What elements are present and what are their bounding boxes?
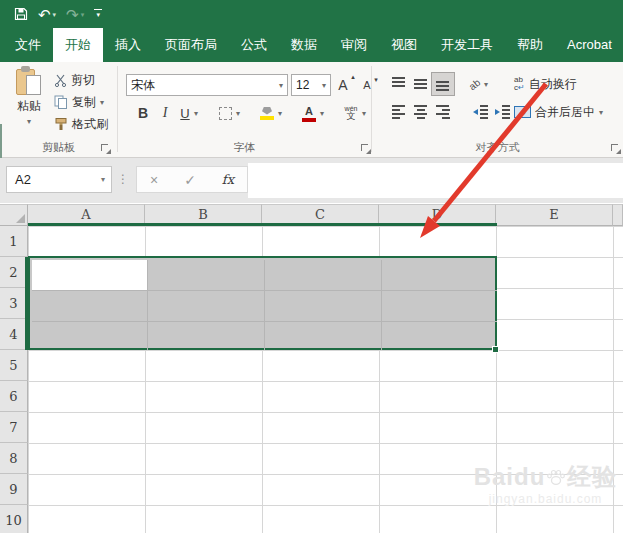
tab-view[interactable]: 视图 (379, 28, 429, 62)
name-box-caret-icon[interactable]: ▾ (101, 175, 105, 184)
row-header-2[interactable]: 2 (0, 257, 28, 288)
top-align-button[interactable] (388, 73, 410, 95)
format-painter-button[interactable]: 格式刷 (54, 114, 108, 134)
row-header-1[interactable]: 1 (0, 226, 28, 257)
paw-icon (546, 467, 566, 487)
wrap-text-button[interactable]: ab c↵ 自动换行 (514, 74, 577, 94)
tab-data[interactable]: 数据 (279, 28, 329, 62)
row-header-6[interactable]: 6 (0, 381, 28, 412)
font-group: 宋体 ▾ 12 ▾ A A B I U ▾ ▾ ▾ A (118, 62, 371, 158)
font-name-caret-icon[interactable]: ▾ (279, 81, 283, 90)
borders-button[interactable] (214, 102, 236, 124)
active-cell-a2[interactable] (32, 260, 147, 290)
copy-button[interactable]: 复制 ▾ (54, 92, 104, 112)
copy-caret-icon[interactable]: ▾ (100, 98, 104, 107)
orientation-caret-icon[interactable]: ▾ (484, 80, 488, 89)
phonetic-icon: wén 文 (345, 105, 358, 121)
column-header-partial[interactable] (613, 204, 623, 226)
paste-caret-icon[interactable]: ▾ (27, 117, 31, 126)
merge-center-label: 合并后居中 (535, 104, 595, 121)
underline-button[interactable]: U (174, 102, 196, 124)
clipboard-group: 粘贴 ▾ 剪切 复制 ▾ (0, 62, 117, 158)
enter-icon[interactable]: ✓ (184, 172, 196, 188)
column-header-e[interactable]: E (496, 204, 613, 226)
copy-label: 复制 (72, 94, 96, 111)
increase-indent-button[interactable] (492, 101, 514, 123)
font-group-label: 字体 (118, 140, 371, 155)
insert-function-icon[interactable]: fx (222, 172, 234, 187)
tab-insert[interactable]: 插入 (103, 28, 153, 62)
orientation-icon: ab (467, 76, 483, 92)
alignment-dialog-launcher-icon[interactable] (611, 144, 621, 154)
selection-range-a2-d4[interactable] (28, 256, 497, 350)
font-color-icon: A (302, 105, 316, 122)
font-dialog-launcher-icon[interactable] (361, 144, 371, 154)
font-color-button[interactable]: A (298, 102, 320, 124)
tab-developer[interactable]: 开发工具 (429, 28, 505, 62)
clipboard-dialog-launcher-icon[interactable] (101, 144, 111, 154)
merge-center-button[interactable]: ↔ 合并后居中 ▾ (514, 102, 603, 122)
undo-button[interactable]: ↶ ▾ (38, 7, 56, 22)
font-size-caret-icon[interactable]: ▾ (322, 81, 326, 90)
redo-button[interactable]: ↷ ▾ (66, 7, 84, 22)
row-header-8[interactable]: 8 (0, 443, 28, 474)
decrease-font-icon: A (363, 79, 370, 91)
increase-font-button[interactable]: A (332, 74, 354, 96)
align-right-button[interactable] (432, 101, 454, 123)
name-box-value: A2 (15, 172, 31, 187)
merge-center-caret-icon[interactable]: ▾ (599, 108, 603, 117)
bold-button[interactable]: B (132, 102, 154, 124)
select-all-button[interactable] (0, 204, 28, 226)
fill-color-button[interactable] (256, 102, 278, 124)
row-header-7[interactable]: 7 (0, 412, 28, 443)
phonetic-button[interactable]: wén 文 (340, 102, 362, 124)
align-left-button[interactable] (388, 101, 410, 123)
row-header-4[interactable]: 4 (0, 319, 28, 350)
italic-button[interactable]: I (154, 102, 176, 124)
font-size-value: 12 (296, 78, 309, 92)
tab-formulas[interactable]: 公式 (229, 28, 279, 62)
fill-handle[interactable] (492, 346, 499, 353)
tab-page-layout[interactable]: 页面布局 (153, 28, 229, 62)
fill-color-caret-icon[interactable]: ▾ (278, 109, 282, 118)
row-header-9[interactable]: 9 (0, 474, 28, 505)
tab-file[interactable]: 文件 (3, 28, 53, 62)
save-icon (14, 7, 28, 21)
save-button[interactable] (14, 7, 28, 21)
row-header-10[interactable]: 10 (0, 505, 28, 533)
middle-align-button[interactable] (410, 73, 432, 95)
row-header-3[interactable]: 3 (0, 288, 28, 319)
formula-input[interactable] (248, 163, 623, 198)
orientation-button[interactable]: ab (464, 73, 486, 95)
cut-button[interactable]: 剪切 (54, 70, 95, 90)
fill-color-icon (260, 107, 274, 120)
wrap-text-icon: ab c↵ (514, 76, 525, 92)
underline-caret-icon[interactable]: ▾ (194, 109, 198, 118)
formula-bar: A2 ▾ ⋮ × ✓ fx (0, 158, 623, 203)
tab-help[interactable]: 帮助 (505, 28, 555, 62)
row-header-5[interactable]: 5 (0, 350, 28, 381)
clipboard-group-label: 剪贴板 (0, 140, 117, 155)
customize-qat-button[interactable]: ▾ (94, 9, 102, 19)
font-color-caret-icon[interactable]: ▾ (320, 109, 324, 118)
watermark-url: jingyan.baidu.com (468, 492, 623, 506)
tab-home[interactable]: 开始 (53, 28, 103, 62)
cancel-icon[interactable]: × (150, 172, 158, 188)
bottom-align-button[interactable] (432, 73, 454, 95)
tab-acrobat[interactable]: Acrobat (555, 28, 623, 62)
borders-caret-icon[interactable]: ▾ (236, 109, 240, 118)
font-name-combo[interactable]: 宋体 ▾ (126, 74, 288, 96)
excel-window: ↶ ▾ ↷ ▾ ▾ 文件 开始 插入 页面布局 公式 数据 审阅 视图 开发工具… (0, 0, 623, 533)
increase-font-icon: A (338, 77, 347, 93)
name-box[interactable]: A2 ▾ (6, 166, 112, 193)
decrease-indent-button[interactable] (470, 101, 492, 123)
paste-button[interactable]: 粘贴 ▾ (6, 66, 52, 126)
formula-buttons: × ✓ fx (136, 166, 248, 193)
tab-review[interactable]: 审阅 (329, 28, 379, 62)
alignment-group-label: 对齐方式 (372, 140, 623, 155)
phonetic-caret-icon[interactable]: ▾ (362, 109, 366, 118)
undo-caret-icon[interactable]: ▾ (53, 11, 57, 18)
align-center-button[interactable] (410, 101, 432, 123)
font-size-combo[interactable]: 12 ▾ (291, 74, 331, 96)
ribbon-tab-row: 文件 开始 插入 页面布局 公式 数据 审阅 视图 开发工具 帮助 Acroba… (0, 28, 623, 62)
